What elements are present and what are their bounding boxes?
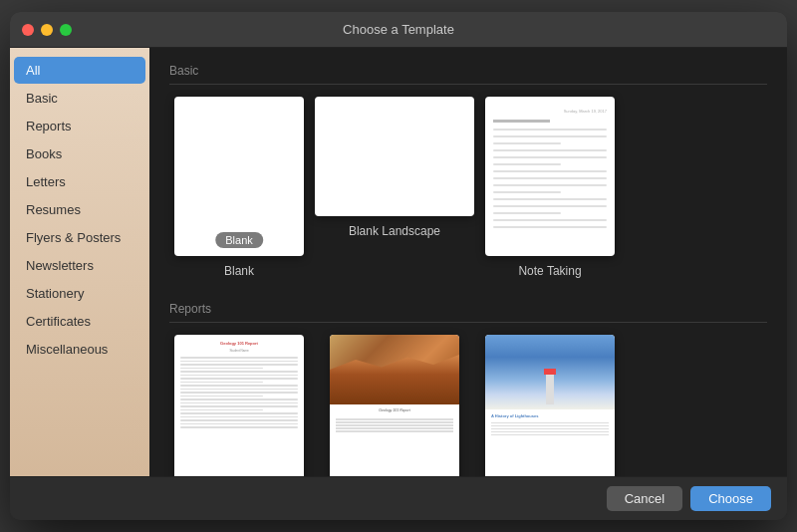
minimize-button[interactable] [41,24,53,36]
reports-templates-grid: Geology 101 Report Student Name [169,335,767,476]
sidebar-item-certificates[interactable]: Certificates [14,308,145,335]
sidebar-item-letters[interactable]: Letters [14,168,145,195]
traffic-lights [22,24,72,36]
main-content: Basic Blank Blank Blank Landscape [149,48,787,476]
sidebar-item-reports[interactable]: Reports [14,113,145,139]
sidebar-item-resumes[interactable]: Resumes [14,196,145,223]
essay-subtitle-deco: Student Name [180,349,298,353]
school-title-deco: A History of Lighthouses [485,409,615,420]
close-button[interactable] [22,24,34,36]
canyon-decoration [330,355,459,404]
maximize-button[interactable] [60,24,72,36]
essay-title-deco: Geology 101 Report [180,341,298,346]
sidebar-item-newsletters[interactable]: Newsletters [14,252,145,279]
template-school-report-thumb: A History of Lighthouses [485,335,615,476]
template-note-taking-thumb: Sunday, March 19, 2017 [485,97,615,256]
choose-button[interactable]: Choose [690,486,771,511]
sidebar-item-flyers-posters[interactable]: Flyers & Posters [14,224,145,251]
template-term-paper[interactable]: Geology 101 Report Term Paper [325,335,464,476]
template-blank-landscape[interactable]: Blank Landscape [325,97,464,278]
content-area: All Basic Reports Books Letters Resumes … [10,48,787,476]
template-blank-thumb: Blank [174,97,304,256]
sidebar-item-miscellaneous[interactable]: Miscellaneous [14,336,145,363]
term-paper-image [330,335,459,404]
window-title: Choose a Template [343,22,454,37]
titlebar: Choose a Template [10,12,787,48]
sidebar-item-basic[interactable]: Basic [14,85,145,112]
note-date-decoration: Sunday, March 19, 2017 [493,109,607,114]
template-note-taking[interactable]: Sunday, March 19, 2017 [480,97,620,278]
basic-section-header: Basic [169,64,767,85]
sidebar: All Basic Reports Books Letters Resumes … [10,48,149,476]
template-blank-label: Blank [224,264,254,278]
term-title-deco: Geology 101 Report [330,404,459,416]
basic-templates-grid: Blank Blank Blank Landscape Sunday, Marc… [169,97,767,278]
app-window: Choose a Template All Basic Reports Book… [10,12,787,520]
template-blank-landscape-thumb [315,97,474,216]
template-blank[interactable]: Blank Blank [169,97,309,278]
sidebar-item-stationery[interactable]: Stationery [14,280,145,307]
cancel-button[interactable]: Cancel [607,486,682,511]
school-image [485,335,615,409]
template-blank-landscape-label: Blank Landscape [349,224,440,238]
sidebar-item-books[interactable]: Books [14,140,145,167]
blank-badge: Blank [215,232,263,248]
template-school-report[interactable]: A History of Lighthouses School Report [480,335,620,476]
lighthouse-decoration [546,375,554,404]
template-term-paper-thumb: Geology 101 Report [330,335,459,476]
template-essay[interactable]: Geology 101 Report Student Name [169,335,309,476]
lighthouse-top [544,369,556,375]
sidebar-item-all[interactable]: All [14,57,145,84]
template-note-taking-label: Note Taking [518,264,581,278]
template-essay-thumb: Geology 101 Report Student Name [174,335,304,476]
reports-section-header: Reports [169,302,767,323]
footer: Cancel Choose [10,476,787,520]
note-title-decoration [493,120,550,123]
